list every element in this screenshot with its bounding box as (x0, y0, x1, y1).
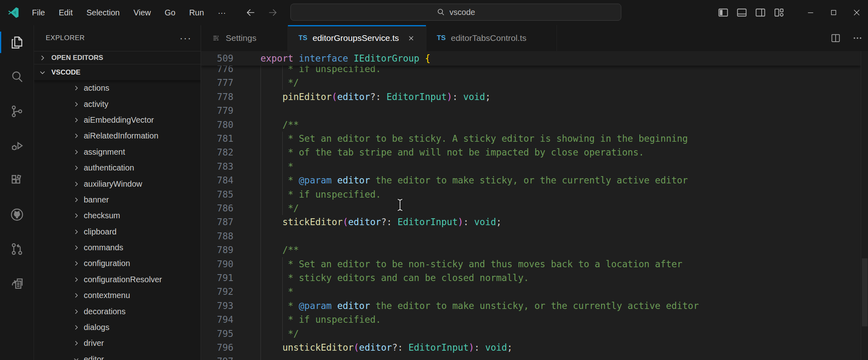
tree-item-clipboard[interactable]: clipboard (34, 224, 201, 240)
activity-bar-item-explorer[interactable] (0, 25, 34, 60)
close-tab-button[interactable] (407, 34, 415, 42)
sticky-scroll-line[interactable]: 509export interface IEditorGroup { (201, 51, 861, 66)
tree-item-editor[interactable]: editor (34, 351, 201, 360)
code-token: ?: (381, 217, 398, 227)
tree-item-label: commands (84, 243, 123, 252)
tab-editortabscontrol-ts[interactable]: TSeditorTabsControl.ts (426, 25, 557, 51)
code-token: ?: (370, 92, 387, 102)
chevron-right-icon (73, 132, 80, 139)
menu-go[interactable]: Go (158, 0, 182, 25)
menu-edit[interactable]: Edit (52, 0, 79, 25)
scrollbar-thumb[interactable] (862, 258, 868, 326)
line-number: 794 (201, 313, 233, 326)
line-number: 778 (201, 90, 233, 104)
line-number: 782 (201, 145, 233, 159)
code-line-content: * @param editor the editor to make stick… (260, 173, 688, 187)
tab-editorgroupsservice-ts[interactable]: TSeditorGroupsService.ts (288, 25, 426, 51)
code-line-content: */ (260, 76, 299, 89)
tree-item-aiEmbeddingVector[interactable]: aiEmbeddingVector (34, 112, 201, 128)
activity-bar-item-search[interactable] (0, 60, 34, 94)
minimize-button[interactable] (799, 0, 822, 25)
activity-bar-item-github[interactable] (0, 197, 34, 232)
code-token (260, 342, 282, 353)
tree-item-activity[interactable]: activity (34, 96, 201, 112)
toggle-panel-button[interactable] (733, 0, 751, 25)
code-line-789: 789 /** (201, 243, 860, 257)
tree-item-decorations[interactable]: decorations (34, 303, 201, 319)
code-token (332, 300, 337, 311)
code-token (293, 53, 299, 64)
code-line-content: pinEditor(editor?: EditorInput): void; (260, 90, 491, 104)
code-line-785: 785 * if unspecified. (201, 187, 860, 201)
menu-moremoremore[interactable]: ··· (211, 0, 233, 25)
tree-item-commands[interactable]: commands (34, 240, 201, 256)
layout-sidebar-left-icon (717, 6, 729, 19)
line-number: 791 (201, 271, 233, 285)
code-line-content: * (260, 160, 293, 173)
tree-item-checksum[interactable]: checksum (34, 208, 201, 224)
layout-sidebar-right-icon (754, 6, 766, 19)
navigate-forward-button[interactable] (264, 6, 282, 19)
code-line-content: * if unspecified. (260, 187, 381, 201)
chevron-down-icon (73, 356, 80, 360)
menu-view[interactable]: View (127, 0, 158, 25)
tree-item-label: clipboard (84, 227, 116, 236)
activity-bar-item-references[interactable] (0, 266, 34, 300)
code-token: export (260, 53, 293, 64)
editor-scrollbar[interactable] (861, 51, 868, 360)
open-editors-section-header[interactable]: OPEN EDITORS (34, 51, 201, 64)
settings-icon (212, 34, 220, 43)
tree-item-auxiliaryWindow[interactable]: auxiliaryWindow (34, 176, 201, 192)
tree-item-configuration[interactable]: configuration (34, 256, 201, 271)
activity-bar-item-run-and-debug[interactable] (0, 128, 34, 163)
code-line-content: * of the tab stripe and will not be impa… (260, 145, 644, 159)
code-token: * (260, 175, 299, 185)
section-label: VSCODE (51, 68, 80, 77)
tree-item-configurationResolver[interactable]: configurationResolver (34, 272, 201, 288)
maximize-button[interactable] (822, 0, 845, 25)
split-editor-button[interactable] (830, 32, 841, 44)
code-token: * (260, 286, 293, 297)
tree-item-dialogs[interactable]: dialogs (34, 320, 201, 335)
menu-selection[interactable]: Selection (80, 0, 127, 25)
code-token: ) (458, 217, 464, 227)
more-actions-button[interactable] (852, 32, 863, 44)
editor-group: SettingsTSeditorGroupsService.tsTSeditor… (201, 25, 868, 360)
search-icon (436, 8, 445, 17)
command-center-search[interactable]: vscode (290, 4, 621, 21)
layout-customize-icon (773, 6, 785, 19)
activity-bar-item-github-pull-requests[interactable] (0, 232, 34, 266)
toggle-secondary-sidebar-button[interactable] (751, 0, 770, 25)
tree-item-contextmenu[interactable]: contextmenu (34, 288, 201, 303)
close-window-button[interactable] (845, 0, 868, 25)
tree-item-driver[interactable]: driver (34, 335, 201, 351)
tab-settings[interactable]: Settings (201, 25, 288, 51)
customize-layout-button[interactable] (770, 0, 788, 25)
tab-label: Settings (226, 33, 256, 43)
code-editor[interactable]: 509export interface IEditorGroup { 776 *… (201, 51, 868, 360)
tree-item-actions[interactable]: actions (34, 80, 201, 96)
code-line-794: 794 * if unspecified. (201, 313, 860, 326)
window-controls (799, 0, 868, 25)
tree-item-aiRelatedInformation[interactable]: aiRelatedInformation (34, 128, 201, 144)
menu-file[interactable]: File (25, 0, 52, 25)
code-token: * Set an editor to be non-sticky and thu… (260, 259, 682, 269)
tree-item-assignment[interactable]: assignment (34, 144, 201, 160)
navigate-back-button[interactable] (242, 6, 260, 19)
tree-item-authentication[interactable]: authentication (34, 160, 201, 176)
menu-run[interactable]: Run (182, 0, 211, 25)
code-token: ) (469, 342, 474, 353)
tree-item-label: editor (84, 355, 104, 360)
workspace-root-section-header[interactable]: VSCODE (34, 64, 201, 80)
toggle-primary-sidebar-button[interactable] (714, 0, 733, 25)
code-token: ?: (392, 342, 409, 353)
activity-bar-item-source-control[interactable] (0, 94, 34, 128)
code-line-782: 782 * of the tab stripe and will not be … (201, 145, 860, 159)
code-token: the editor to make sticky, or the curren… (370, 175, 688, 185)
activity-bar-item-extensions[interactable] (0, 163, 34, 197)
chevron-right-icon (73, 85, 80, 92)
explorer-more-actions-button[interactable]: ··· (180, 36, 192, 40)
code-token: interface (299, 53, 348, 64)
tree-item-banner[interactable]: banner (34, 192, 201, 208)
typescript-file-icon: TS (437, 34, 446, 42)
